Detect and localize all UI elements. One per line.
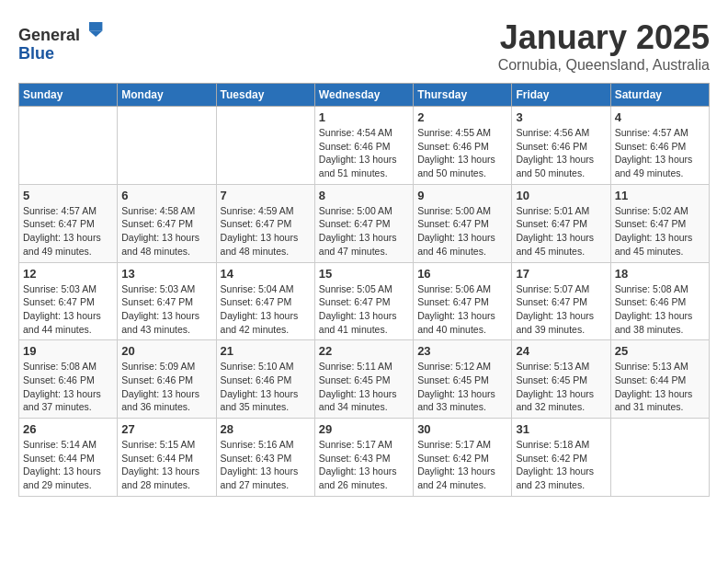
- day-cell: 4Sunrise: 4:57 AMSunset: 6:46 PMDaylight…: [610, 107, 709, 185]
- weekday-header-thursday: Thursday: [414, 84, 512, 107]
- day-info: Sunrise: 5:08 AMSunset: 6:46 PMDaylight:…: [23, 360, 113, 414]
- day-info: Sunrise: 5:16 AMSunset: 6:43 PMDaylight:…: [221, 438, 311, 492]
- day-cell: 23Sunrise: 5:12 AMSunset: 6:45 PMDayligh…: [414, 340, 512, 419]
- day-number: 9: [417, 189, 507, 202]
- day-cell: 3Sunrise: 4:56 AMSunset: 6:46 PMDaylight…: [512, 107, 610, 185]
- day-number: 16: [417, 267, 507, 281]
- calendar-body: 1Sunrise: 4:54 AMSunset: 6:46 PMDaylight…: [19, 107, 710, 497]
- week-row: 19Sunrise: 5:08 AMSunset: 6:46 PMDayligh…: [19, 340, 710, 419]
- title-area: January 2025 Cornubia, Queensland, Austr…: [498, 18, 710, 74]
- day-info: Sunrise: 5:17 AMSunset: 6:43 PMDaylight:…: [319, 438, 409, 492]
- day-cell: 11Sunrise: 5:02 AMSunset: 6:47 PMDayligh…: [610, 184, 709, 262]
- page-header: General Blue January 2025 Cornubia, Quee…: [18, 18, 710, 74]
- weekday-header-wednesday: Wednesday: [314, 84, 413, 107]
- day-cell: 26Sunrise: 5:14 AMSunset: 6:44 PMDayligh…: [19, 419, 118, 497]
- logo: General Blue: [18, 18, 104, 63]
- day-number: 31: [516, 422, 606, 436]
- day-info: Sunrise: 5:09 AMSunset: 6:46 PMDaylight:…: [121, 360, 211, 414]
- day-info: Sunrise: 4:58 AMSunset: 6:47 PMDaylight:…: [121, 204, 211, 259]
- day-number: 25: [615, 344, 705, 358]
- day-number: 5: [23, 189, 113, 202]
- day-info: Sunrise: 5:00 AMSunset: 6:47 PMDaylight:…: [319, 204, 409, 259]
- day-info: Sunrise: 5:05 AMSunset: 6:47 PMDaylight:…: [319, 282, 409, 337]
- day-cell: 12Sunrise: 5:03 AMSunset: 6:47 PMDayligh…: [19, 262, 118, 340]
- day-cell: 25Sunrise: 5:13 AMSunset: 6:44 PMDayligh…: [610, 340, 709, 419]
- day-cell: 19Sunrise: 5:08 AMSunset: 6:46 PMDayligh…: [19, 340, 118, 419]
- day-info: Sunrise: 5:13 AMSunset: 6:44 PMDaylight:…: [615, 360, 705, 414]
- day-info: Sunrise: 4:57 AMSunset: 6:46 PMDaylight:…: [615, 126, 705, 180]
- day-number: 27: [121, 422, 211, 436]
- day-number: 7: [221, 189, 311, 202]
- day-number: 4: [615, 110, 705, 124]
- day-info: Sunrise: 5:07 AMSunset: 6:47 PMDaylight:…: [516, 282, 606, 337]
- day-number: 26: [23, 422, 113, 436]
- day-info: Sunrise: 4:59 AMSunset: 6:47 PMDaylight:…: [221, 204, 311, 259]
- day-cell: 18Sunrise: 5:08 AMSunset: 6:46 PMDayligh…: [610, 262, 709, 340]
- svg-marker-1: [89, 31, 102, 37]
- day-number: 23: [417, 344, 507, 358]
- day-info: Sunrise: 5:14 AMSunset: 6:44 PMDaylight:…: [23, 438, 113, 492]
- day-number: 28: [221, 422, 311, 436]
- day-cell: 16Sunrise: 5:06 AMSunset: 6:47 PMDayligh…: [414, 262, 512, 340]
- day-number: 11: [615, 189, 705, 202]
- location: Cornubia, Queensland, Australia: [498, 57, 710, 74]
- empty-cell: [118, 107, 216, 185]
- day-cell: 20Sunrise: 5:09 AMSunset: 6:46 PMDayligh…: [118, 340, 216, 419]
- day-number: 10: [516, 189, 606, 202]
- empty-cell: [610, 419, 709, 497]
- day-cell: 28Sunrise: 5:16 AMSunset: 6:43 PMDayligh…: [216, 419, 314, 497]
- day-cell: 6Sunrise: 4:58 AMSunset: 6:47 PMDaylight…: [118, 184, 216, 262]
- weekday-header-tuesday: Tuesday: [216, 84, 314, 107]
- day-info: Sunrise: 5:17 AMSunset: 6:42 PMDaylight:…: [417, 438, 507, 492]
- week-row: 26Sunrise: 5:14 AMSunset: 6:44 PMDayligh…: [19, 419, 710, 497]
- day-cell: 13Sunrise: 5:03 AMSunset: 6:47 PMDayligh…: [118, 262, 216, 340]
- day-number: 8: [319, 189, 409, 202]
- day-info: Sunrise: 5:13 AMSunset: 6:45 PMDaylight:…: [516, 360, 606, 414]
- day-number: 12: [23, 267, 113, 281]
- day-number: 18: [615, 267, 705, 281]
- day-number: 3: [516, 110, 606, 124]
- empty-cell: [216, 107, 314, 185]
- day-cell: 1Sunrise: 4:54 AMSunset: 6:46 PMDaylight…: [314, 107, 413, 185]
- day-cell: 22Sunrise: 5:11 AMSunset: 6:45 PMDayligh…: [314, 340, 413, 419]
- day-cell: 31Sunrise: 5:18 AMSunset: 6:42 PMDayligh…: [512, 419, 610, 497]
- day-number: 17: [516, 267, 606, 281]
- logo-blue: Blue: [18, 44, 54, 63]
- day-number: 30: [417, 422, 507, 436]
- week-row: 1Sunrise: 4:54 AMSunset: 6:46 PMDaylight…: [19, 107, 710, 185]
- day-cell: 17Sunrise: 5:07 AMSunset: 6:47 PMDayligh…: [512, 262, 610, 340]
- day-cell: 7Sunrise: 4:59 AMSunset: 6:47 PMDaylight…: [216, 184, 314, 262]
- weekday-header-sunday: Sunday: [19, 84, 118, 107]
- day-cell: 10Sunrise: 5:01 AMSunset: 6:47 PMDayligh…: [512, 184, 610, 262]
- day-number: 13: [121, 267, 211, 281]
- day-info: Sunrise: 5:06 AMSunset: 6:47 PMDaylight:…: [417, 282, 507, 337]
- day-info: Sunrise: 4:56 AMSunset: 6:46 PMDaylight:…: [516, 126, 606, 180]
- day-cell: 29Sunrise: 5:17 AMSunset: 6:43 PMDayligh…: [314, 419, 413, 497]
- day-number: 19: [23, 344, 113, 358]
- day-info: Sunrise: 5:12 AMSunset: 6:45 PMDaylight:…: [417, 360, 507, 414]
- day-number: 1: [319, 110, 409, 124]
- calendar-header: SundayMondayTuesdayWednesdayThursdayFrid…: [19, 84, 710, 107]
- day-number: 22: [319, 344, 409, 358]
- weekday-row: SundayMondayTuesdayWednesdayThursdayFrid…: [19, 84, 710, 107]
- calendar-table: SundayMondayTuesdayWednesdayThursdayFrid…: [18, 83, 710, 497]
- day-info: Sunrise: 5:03 AMSunset: 6:47 PMDaylight:…: [23, 282, 113, 337]
- day-cell: 21Sunrise: 5:10 AMSunset: 6:46 PMDayligh…: [216, 340, 314, 419]
- weekday-header-monday: Monday: [118, 84, 216, 107]
- day-info: Sunrise: 5:03 AMSunset: 6:47 PMDaylight:…: [121, 282, 211, 337]
- day-info: Sunrise: 4:57 AMSunset: 6:47 PMDaylight:…: [23, 204, 113, 259]
- day-cell: 9Sunrise: 5:00 AMSunset: 6:47 PMDaylight…: [414, 184, 512, 262]
- day-number: 21: [221, 344, 311, 358]
- weekday-header-friday: Friday: [512, 84, 610, 107]
- week-row: 12Sunrise: 5:03 AMSunset: 6:47 PMDayligh…: [19, 262, 710, 340]
- logo-icon: [82, 18, 104, 40]
- day-number: 20: [121, 344, 211, 358]
- day-cell: 14Sunrise: 5:04 AMSunset: 6:47 PMDayligh…: [216, 262, 314, 340]
- day-number: 14: [221, 267, 311, 281]
- day-cell: 27Sunrise: 5:15 AMSunset: 6:44 PMDayligh…: [118, 419, 216, 497]
- day-info: Sunrise: 5:01 AMSunset: 6:47 PMDaylight:…: [516, 204, 606, 259]
- day-cell: 5Sunrise: 4:57 AMSunset: 6:47 PMDaylight…: [19, 184, 118, 262]
- day-cell: 30Sunrise: 5:17 AMSunset: 6:42 PMDayligh…: [414, 419, 512, 497]
- day-cell: 8Sunrise: 5:00 AMSunset: 6:47 PMDaylight…: [314, 184, 413, 262]
- day-info: Sunrise: 5:04 AMSunset: 6:47 PMDaylight:…: [221, 282, 311, 337]
